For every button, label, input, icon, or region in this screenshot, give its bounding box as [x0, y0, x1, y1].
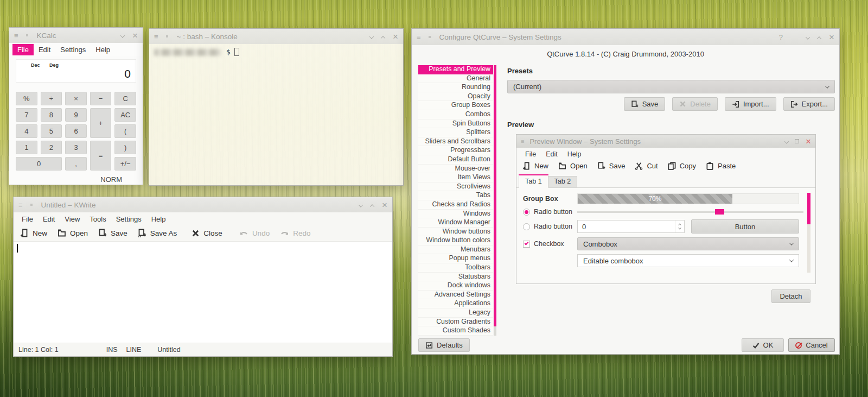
key-comma[interactable]: , — [65, 157, 87, 171]
insert-mode-indicator[interactable]: INS — [106, 346, 118, 354]
kcalc-titlebar[interactable]: ≡ KCalc × — [9, 28, 143, 43]
key-close-paren[interactable]: ) — [114, 141, 136, 154]
key-all-clear[interactable]: AC — [114, 108, 136, 122]
menu-file[interactable]: File — [17, 213, 38, 225]
sample-combobox[interactable]: Combobox — [577, 237, 799, 250]
category-list-item[interactable]: Progressbars — [418, 146, 493, 155]
konsole-titlebar[interactable]: ≡ ~ : bash – Konsole × — [149, 29, 403, 44]
category-list-item[interactable]: Window button colors — [418, 236, 493, 245]
category-list-item[interactable]: General — [418, 74, 493, 84]
preset-save-button[interactable]: Save — [624, 97, 666, 111]
cut-button[interactable]: Cut — [635, 162, 658, 170]
qtcurve-titlebar[interactable]: ≡ Configure QtCurve – System Settings ? … — [412, 29, 839, 45]
category-list-item[interactable]: Custom Gradients — [418, 318, 493, 327]
key-plus-minus[interactable]: +/− — [114, 157, 136, 171]
copy-button[interactable]: Copy — [668, 162, 696, 170]
minimize-icon[interactable] — [121, 31, 124, 40]
window-menu-icon[interactable]: ≡ — [18, 201, 23, 209]
key-4[interactable]: 4 — [16, 124, 37, 138]
detach-button[interactable]: Detach — [771, 289, 810, 303]
category-list-item[interactable]: Default Button — [418, 155, 493, 165]
cancel-button[interactable]: Cancel — [788, 338, 835, 352]
preset-delete-button[interactable]: Delete — [672, 97, 718, 111]
line-ending-indicator[interactable]: LINE — [126, 346, 142, 354]
save-as-button[interactable]: Save As — [138, 229, 177, 237]
category-list-item[interactable]: Splitters — [418, 128, 493, 137]
sidebar-scrollbar-thumb[interactable] — [494, 65, 496, 326]
vertical-scrollbar-thumb[interactable] — [807, 193, 810, 224]
radio-button-unselected[interactable] — [523, 223, 530, 230]
key-7[interactable]: 7 — [16, 108, 37, 122]
spinbox[interactable]: 0 — [577, 220, 685, 233]
menu-file[interactable]: File — [520, 149, 541, 159]
save-button[interactable]: Save — [597, 162, 626, 170]
category-list-item[interactable]: Applications — [418, 299, 493, 308]
defaults-button[interactable]: Defaults — [418, 338, 470, 352]
open-button[interactable]: Open — [58, 229, 88, 237]
category-list-item[interactable]: Mouse-over — [418, 165, 493, 174]
category-list-item[interactable]: Opacity — [418, 92, 493, 102]
category-list-item[interactable]: Window buttons — [418, 228, 493, 237]
maximize-icon[interactable] — [371, 201, 374, 209]
category-list-item[interactable]: Menubars — [418, 245, 493, 255]
menu-help[interactable]: Help — [146, 213, 171, 225]
preset-export-button[interactable]: Export... — [783, 97, 835, 111]
tab-2[interactable]: Tab 2 — [548, 176, 578, 187]
key-9[interactable]: 9 — [65, 108, 87, 122]
category-list-item[interactable]: Rounding — [418, 83, 493, 92]
menu-edit[interactable]: Edit — [38, 213, 60, 225]
key-6[interactable]: 6 — [65, 124, 87, 138]
key-3[interactable]: 3 — [65, 141, 87, 154]
key-minus[interactable]: − — [90, 92, 112, 105]
undo-button[interactable]: Undo — [239, 229, 270, 237]
minimize-icon[interactable] — [806, 33, 809, 41]
category-list-item[interactable]: Presets and Preview — [418, 65, 493, 74]
close-icon[interactable]: × — [393, 32, 398, 41]
key-2[interactable]: 2 — [41, 141, 62, 154]
terminal-area[interactable]: $ — [149, 44, 403, 185]
key-8[interactable]: 8 — [41, 108, 62, 122]
key-divide[interactable]: ÷ — [41, 92, 62, 105]
radio-button-selected[interactable] — [523, 209, 530, 216]
maximize-icon[interactable] — [381, 33, 385, 41]
window-menu-icon[interactable]: ≡ — [154, 33, 158, 40]
open-button[interactable]: Open — [558, 162, 588, 170]
text-editor-area[interactable] — [14, 241, 392, 343]
category-list-item[interactable]: Combos — [418, 110, 493, 119]
category-list-item[interactable]: Dock windows — [418, 281, 493, 291]
new-button[interactable]: New — [522, 162, 548, 170]
category-list-item[interactable]: Window Manager — [418, 218, 493, 228]
paste-button[interactable]: Paste — [706, 162, 736, 170]
sidebar-scrollbar[interactable] — [494, 65, 496, 336]
menu-help[interactable]: Help — [91, 44, 115, 55]
close-icon[interactable]: × — [382, 200, 387, 210]
category-list-item[interactable]: Windows — [418, 210, 493, 219]
preset-combobox[interactable]: (Current) — [507, 80, 835, 93]
window-menu-icon[interactable]: ≡ — [14, 32, 18, 39]
category-list-item[interactable]: Statusbars — [418, 273, 493, 282]
window-menu-icon[interactable]: ≡ — [417, 34, 421, 41]
sample-button[interactable]: Button — [691, 219, 799, 234]
redo-button[interactable]: Redo — [280, 229, 310, 237]
category-list-item[interactable]: Checks and Radios — [418, 200, 493, 210]
category-list-item[interactable]: Spin Buttons — [418, 119, 493, 129]
close-icon[interactable]: × — [132, 31, 138, 40]
close-icon[interactable]: × — [829, 33, 834, 42]
preview-titlebar[interactable]: ≡ Preview Window – System Settings × — [516, 135, 815, 148]
key-open-paren[interactable]: ( — [114, 124, 136, 138]
editable-combobox[interactable]: Editable combobox — [577, 254, 799, 267]
category-list-item[interactable]: Toolbars — [418, 263, 493, 273]
spin-down-icon[interactable] — [678, 226, 681, 230]
menu-view[interactable]: View — [60, 213, 85, 225]
menu-settings[interactable]: Settings — [111, 213, 146, 225]
key-1[interactable]: 1 — [16, 141, 37, 154]
save-button[interactable]: Save — [98, 229, 127, 237]
kwrite-titlebar[interactable]: ≡ Untitled – KWrite × — [14, 197, 392, 212]
vertical-scrollbar[interactable] — [807, 193, 810, 273]
key-5[interactable]: 5 — [41, 124, 62, 138]
menu-edit[interactable]: Edit — [541, 149, 563, 159]
category-list-item[interactable]: Scrollviews — [418, 182, 493, 192]
key-percent[interactable]: % — [16, 92, 37, 105]
menu-settings[interactable]: Settings — [55, 44, 91, 55]
slider-handle[interactable] — [715, 209, 724, 215]
